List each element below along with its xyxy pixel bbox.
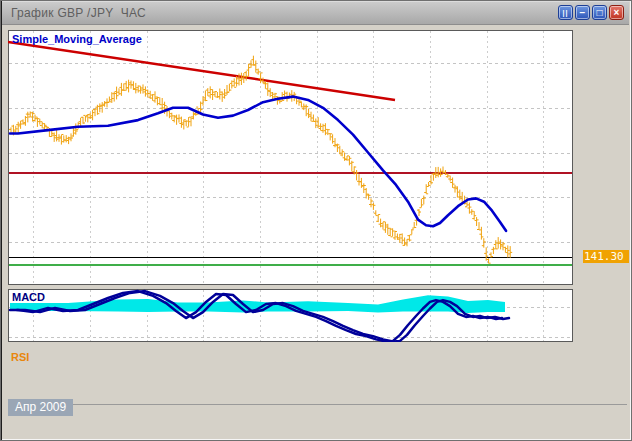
macd-plot[interactable] [8, 289, 573, 342]
minimize-icon: − [580, 8, 586, 18]
pause-button[interactable]: || [558, 5, 573, 20]
macd-indicator-label: MACD [12, 291, 45, 303]
minimize-button[interactable]: − [575, 5, 590, 20]
sma-indicator-label: Simple_Moving_Average [12, 33, 142, 45]
maximize-button[interactable]: □ [592, 5, 607, 20]
window-title: График GBP /JPY ЧАС [11, 6, 146, 20]
month-label: Апр 2009 [8, 399, 73, 416]
price-plot[interactable] [8, 30, 573, 285]
close-button[interactable]: × [609, 5, 624, 20]
close-icon: × [614, 8, 620, 18]
titlebar[interactable]: График GBP /JPY ЧАС || − □ × [2, 2, 629, 25]
current-price-tag: 141.30 [583, 250, 629, 263]
chart-window: График GBP /JPY ЧАС || − □ × Simple_Movi… [0, 0, 632, 441]
pause-icon: || [563, 9, 569, 16]
window-controls: || − □ × [558, 5, 624, 20]
rsi-indicator-label: RSI [11, 351, 29, 363]
date-axis-line [8, 404, 627, 405]
maximize-icon: □ [596, 8, 602, 18]
